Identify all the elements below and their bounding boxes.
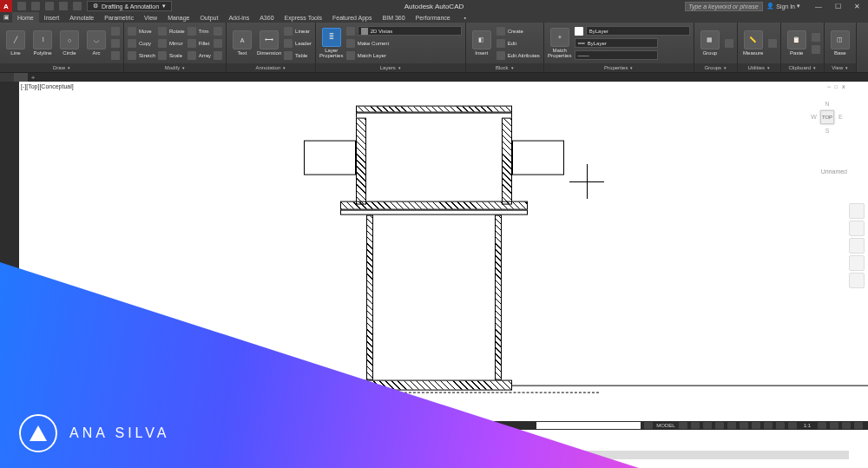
tab-parametric[interactable]: Parametric	[99, 12, 139, 23]
isolate-objects-button[interactable]	[830, 422, 838, 429]
table-button[interactable]: Table	[284, 50, 312, 61]
draw-flyout-1[interactable]	[111, 26, 120, 36]
viewcube-n[interactable]: N	[820, 97, 833, 110]
modify-flyout-3[interactable]	[214, 50, 222, 61]
copy-clip-button[interactable]	[812, 44, 820, 55]
copy-button[interactable]: Copy	[128, 38, 155, 49]
color-dropdown[interactable]: ByLayer	[586, 26, 690, 36]
pan-icon[interactable]	[849, 221, 865, 236]
qat-undo-icon[interactable]	[59, 2, 68, 10]
layer-dropdown[interactable]: 2D Vistas	[358, 26, 462, 36]
trim-button[interactable]: Trim	[187, 26, 211, 36]
tab-manage[interactable]: Manage	[162, 12, 194, 23]
model-button[interactable]	[644, 422, 653, 429]
lwt-toggle[interactable]	[752, 422, 760, 429]
paste-button[interactable]: 📋Paste	[785, 30, 809, 56]
tab-output[interactable]: Output	[194, 12, 223, 23]
hardware-accel-button[interactable]	[842, 422, 851, 429]
qat-new-icon[interactable]	[17, 2, 26, 10]
tab-view[interactable]: View	[139, 12, 162, 23]
circle-button[interactable]: ○Circle	[57, 30, 82, 56]
model-label[interactable]: MODEL	[656, 423, 674, 428]
viewport-controls[interactable]: — ☐ x	[827, 83, 845, 90]
leader-button[interactable]: Leader	[284, 38, 312, 49]
layer-properties-button[interactable]: ≣Layer Properties	[319, 28, 344, 58]
cut-button[interactable]	[812, 32, 820, 43]
horizontal-scrollbar[interactable]	[19, 451, 849, 459]
osnap-toggle[interactable]	[727, 422, 736, 429]
infocenter-search-input[interactable]: Type a keyword or phrase	[685, 2, 763, 11]
linetype-dropdown[interactable]: ───	[575, 50, 658, 60]
command-line-input[interactable]	[536, 422, 641, 429]
make-current-button[interactable]: Make Current	[346, 38, 462, 49]
transparency-toggle[interactable]	[764, 422, 773, 429]
tab-express-tools[interactable]: Express Tools	[279, 12, 327, 23]
edit-block-button[interactable]: Edit	[496, 38, 540, 49]
tab-bim360[interactable]: BIM 360	[378, 12, 411, 23]
utilities-flyout[interactable]	[768, 38, 777, 49]
app-menu-button[interactable]: A	[0, 0, 12, 12]
text-button[interactable]: AText	[230, 30, 254, 56]
arc-button[interactable]: ◡Arc	[84, 30, 108, 56]
tab-addins[interactable]: Add-ins	[223, 12, 254, 23]
group-flyout[interactable]	[725, 38, 733, 49]
create-block-button[interactable]: Create	[496, 26, 540, 36]
match-layer-button[interactable]: Match Layer	[346, 50, 462, 61]
dimension-button[interactable]: ⟷Dimension	[257, 30, 281, 56]
window-minimize-button[interactable]: —	[811, 1, 826, 11]
showmotion-icon[interactable]	[849, 273, 865, 288]
polyline-button[interactable]: ⌇Polyline	[30, 30, 55, 56]
scale-button[interactable]: Scale	[158, 50, 185, 61]
steering-wheel-icon[interactable]	[849, 203, 865, 219]
qat-open-icon[interactable]	[31, 2, 40, 10]
tab-home[interactable]: Home	[12, 12, 39, 23]
draw-flyout-3[interactable]	[111, 50, 120, 61]
match-properties-button[interactable]: ⌖Match Properties	[548, 28, 572, 58]
measure-button[interactable]: 📏Measure	[741, 30, 766, 56]
mirror-button[interactable]: Mirror	[158, 38, 185, 49]
viewcube-w[interactable]: W	[807, 110, 820, 123]
window-maximize-button[interactable]: ☐	[830, 1, 845, 11]
array-button[interactable]: Array	[187, 50, 211, 61]
viewcube[interactable]: N W TOP E S	[807, 97, 847, 137]
lineweight-dropdown[interactable]: ━━ByLayer	[575, 38, 658, 48]
workspace-switcher[interactable]: ⚙ Drafting & Annotation ▾	[87, 1, 172, 11]
qat-redo-icon[interactable]	[73, 2, 82, 10]
viewcube-top[interactable]: TOP	[820, 110, 833, 123]
window-close-button[interactable]: ✕	[849, 1, 865, 11]
rotate-button[interactable]: Rotate	[158, 26, 185, 36]
ortho-toggle[interactable]	[703, 422, 712, 429]
drawing-area[interactable]: [-][Top][Conceptual] — ☐ x N W TOP E S U…	[0, 82, 868, 459]
new-drawing-tab-button[interactable]: +	[28, 73, 38, 82]
fillet-button[interactable]: Fillet	[187, 38, 211, 49]
snap-toggle[interactable]	[691, 422, 700, 429]
insert-block-button[interactable]: ◧Insert	[470, 30, 494, 56]
modify-flyout-2[interactable]	[214, 38, 222, 49]
viewport-label[interactable]: [-][Top][Conceptual]	[21, 83, 74, 89]
tab-featured-apps[interactable]: Featured Apps	[327, 12, 378, 23]
file-tab-current[interactable]	[14, 73, 28, 82]
qp-toggle[interactable]	[776, 422, 785, 429]
orbit-icon[interactable]	[849, 255, 865, 271]
signin-button[interactable]: 👤 Sign In ▾	[766, 3, 800, 10]
tab-insert[interactable]: Insert	[39, 12, 65, 23]
viewcube-e[interactable]: E	[834, 110, 847, 123]
view-state-label[interactable]: Unnamed	[821, 168, 847, 175]
viewcube-s[interactable]: S	[820, 124, 833, 137]
customization-button[interactable]	[818, 422, 826, 429]
annotation-scale[interactable]: 1:1	[800, 423, 814, 428]
ribbon-minimize-button[interactable]: ▣	[0, 12, 12, 23]
linear-button[interactable]: Linear	[284, 26, 312, 36]
group-button[interactable]: ▦Group	[698, 30, 722, 56]
polar-toggle[interactable]	[715, 422, 724, 429]
line-button[interactable]: ╱Line	[3, 30, 28, 56]
edit-attributes-button[interactable]: Edit Attributes	[496, 50, 540, 61]
file-tab-start[interactable]	[0, 73, 14, 82]
modify-flyout-1[interactable]	[214, 26, 222, 36]
stretch-button[interactable]: Stretch	[128, 50, 155, 61]
tab-a360[interactable]: A360	[254, 12, 279, 23]
tab-performance[interactable]: Performance	[411, 12, 456, 23]
clean-screen-button[interactable]	[854, 422, 863, 429]
otrack-toggle[interactable]	[740, 422, 748, 429]
sc-toggle[interactable]	[788, 422, 797, 429]
